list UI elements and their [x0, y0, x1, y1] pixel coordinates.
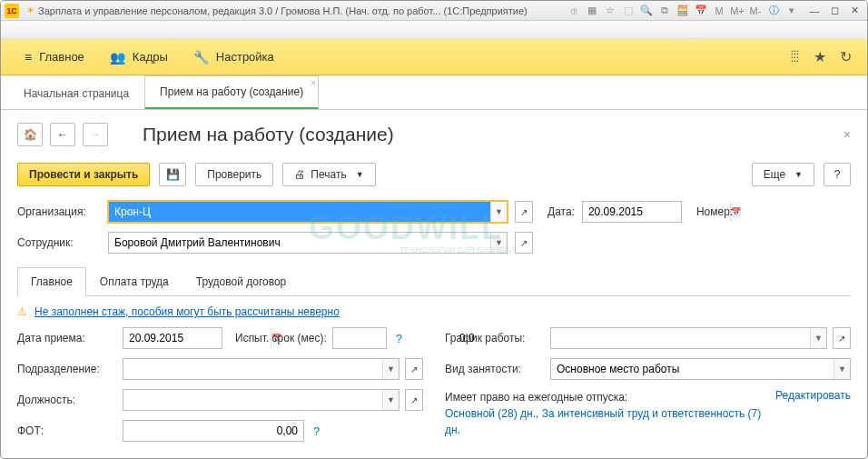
inner-tab-contract[interactable]: Трудовой договор: [182, 267, 300, 296]
calendar-icon[interactable]: 📅: [695, 5, 707, 17]
tb-icon-3[interactable]: ☆: [604, 5, 616, 17]
open-ref-button[interactable]: ↗: [515, 201, 533, 223]
schedule-label: График работы:: [445, 332, 545, 344]
warning-icon: ⚠: [17, 305, 27, 318]
inner-tab-main[interactable]: Главное: [17, 267, 86, 296]
printer-icon: 🖨: [294, 168, 305, 181]
tb-icon-4[interactable]: ⬚: [622, 5, 635, 17]
open-ref-button[interactable]: ↗: [515, 232, 533, 254]
grid-icon[interactable]: ⦙⦙⦙: [784, 46, 805, 68]
inner-tabs: Главное Оплата труда Трудовой договор: [17, 266, 851, 296]
dropdown-icon[interactable]: ▼: [810, 328, 826, 348]
menu-settings[interactable]: 🔧 Настройка: [181, 50, 287, 65]
back-button[interactable]: ←: [50, 123, 75, 146]
wrench-icon: 🔧: [193, 50, 209, 65]
quickbar: [1, 21, 867, 39]
org-input-wrap: ▼: [108, 201, 508, 223]
tab-start-page[interactable]: Начальная страница: [8, 77, 144, 109]
dropdown-icon[interactable]: ▾: [785, 5, 798, 17]
menu-staff-label: Кадры: [133, 50, 168, 64]
open-ref-button[interactable]: ↗: [405, 358, 423, 380]
help-icon[interactable]: ?: [396, 332, 402, 345]
fot-label: ФОТ:: [17, 424, 117, 437]
info-icon[interactable]: ⓘ: [767, 5, 780, 17]
m-minus-button[interactable]: M-: [749, 5, 762, 17]
dropdown-icon[interactable]: ▼: [382, 359, 399, 379]
inner-tab-pay[interactable]: Оплата труда: [86, 267, 182, 296]
org-input[interactable]: [109, 202, 490, 222]
dropdown-icon[interactable]: ▼: [382, 390, 399, 410]
date-input-wrap: 📅: [582, 201, 682, 223]
position-input[interactable]: [123, 390, 382, 410]
probation-wrap: [332, 327, 387, 349]
department-input[interactable]: [123, 359, 382, 379]
home-button[interactable]: 🏠: [17, 123, 43, 146]
schedule-wrap: ▼: [550, 327, 827, 349]
window-title: Зарплата и управление персоналом, редакц…: [38, 5, 567, 16]
menubar: ≡ Главное 👥 Кадры 🔧 Настройка ⦙⦙⦙ ★ ↻: [1, 39, 867, 75]
maximize-button[interactable]: ◻: [825, 4, 843, 18]
position-wrap: ▼: [123, 389, 399, 411]
dropdown-icon[interactable]: ▼: [490, 202, 507, 222]
menu-settings-label: Настройка: [216, 50, 274, 64]
more-label: Еще: [764, 168, 785, 181]
content-area: 🏠 ← → Прием на работу (создание) × Прове…: [1, 110, 867, 459]
vacation-text: Основной (28) дн., За интенсивный труд и…: [445, 405, 770, 438]
dropdown-icon[interactable]: ▼: [490, 233, 507, 253]
check-button[interactable]: Проверить: [195, 163, 273, 186]
tab-close-icon[interactable]: ×: [311, 78, 316, 88]
number-label: Номер:: [696, 205, 733, 218]
employee-input-wrap: ▼: [108, 232, 508, 254]
warning-link[interactable]: Не заполнен стаж, пособия могут быть рас…: [35, 305, 340, 318]
help-icon[interactable]: ?: [313, 424, 320, 438]
app-logo: 1C: [5, 4, 19, 18]
toolbar: Провести и закрыть 💾 Проверить 🖨 Печать …: [17, 163, 851, 186]
employment-input[interactable]: [551, 359, 833, 379]
post-and-close-button[interactable]: Провести и закрыть: [17, 163, 150, 186]
open-ref-button[interactable]: ↗: [833, 327, 851, 349]
menu-main[interactable]: ≡ Главное: [12, 50, 97, 65]
probation-label: Испыт. срок (мес):: [235, 332, 327, 344]
fot-input[interactable]: [123, 421, 303, 441]
employee-input[interactable]: [109, 233, 490, 253]
tb-icon-5[interactable]: 🔍: [640, 5, 653, 17]
schedule-input[interactable]: [551, 328, 810, 348]
tb-icon-1[interactable]: ⎅: [567, 5, 580, 17]
tab-hire-label: Прием на работу (создание): [160, 85, 303, 98]
tb-icon-6[interactable]: ⧉: [658, 5, 671, 17]
favorite-icon[interactable]: ✶: [26, 5, 35, 16]
edit-link[interactable]: Редактировать: [775, 389, 851, 402]
department-label: Подразделение:: [17, 363, 117, 375]
vacation-rights-label: Имеет право на ежегодные отпуска:: [445, 389, 770, 405]
menu-staff[interactable]: 👥 Кадры: [97, 50, 181, 65]
history-icon[interactable]: ↻: [834, 46, 856, 68]
more-button[interactable]: Еще ▼: [752, 163, 814, 186]
save-button[interactable]: 💾: [159, 163, 186, 186]
warning-row: ⚠ Не заполнен стаж, пособия могут быть р…: [17, 296, 851, 327]
department-wrap: ▼: [123, 358, 399, 380]
tab-hire[interactable]: Прием на работу (создание) ×: [144, 75, 319, 109]
m-button[interactable]: M: [713, 5, 725, 17]
org-label: Организация:: [17, 205, 101, 218]
menu-main-label: Главное: [39, 50, 84, 64]
calculator-icon[interactable]: 🧮: [676, 5, 689, 17]
star-icon[interactable]: ★: [809, 46, 831, 68]
people-icon: 👥: [110, 50, 125, 65]
close-page-button[interactable]: ×: [843, 127, 851, 142]
minimize-button[interactable]: —: [805, 4, 824, 18]
print-label: Печать: [311, 168, 346, 181]
help-button[interactable]: ?: [824, 163, 851, 186]
employee-label: Сотрудник:: [17, 236, 101, 249]
date-label: Дата:: [547, 205, 575, 218]
forward-button[interactable]: →: [83, 123, 108, 146]
fot-wrap: [123, 420, 304, 442]
open-ref-button[interactable]: ↗: [405, 389, 423, 411]
chevron-down-icon: ▼: [794, 170, 803, 179]
m-plus-button[interactable]: M+: [731, 5, 744, 17]
tb-icon-2[interactable]: ▦: [586, 5, 598, 17]
print-button[interactable]: 🖨 Печать ▼: [282, 163, 375, 186]
hamburger-icon: ≡: [25, 50, 32, 65]
page-title: Прием на работу (создание): [143, 124, 394, 145]
dropdown-icon[interactable]: ▼: [833, 359, 850, 379]
close-button[interactable]: ✕: [845, 4, 863, 18]
